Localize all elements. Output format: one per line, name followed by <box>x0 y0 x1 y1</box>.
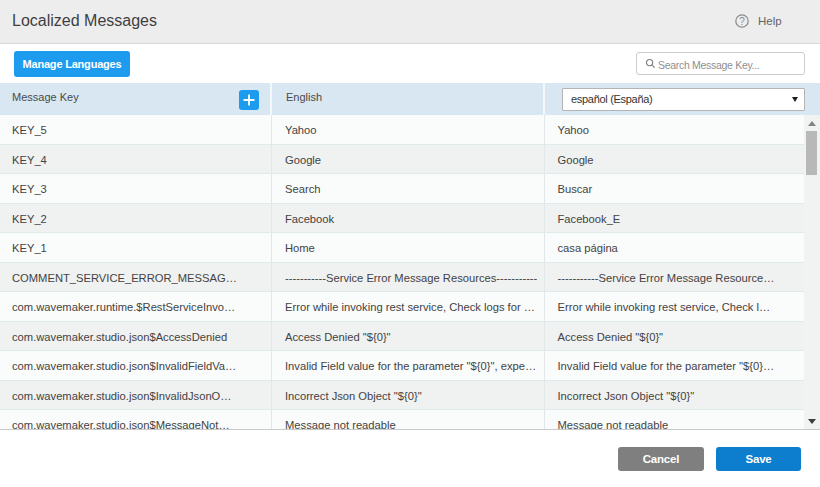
svg-text:?: ? <box>739 16 745 27</box>
